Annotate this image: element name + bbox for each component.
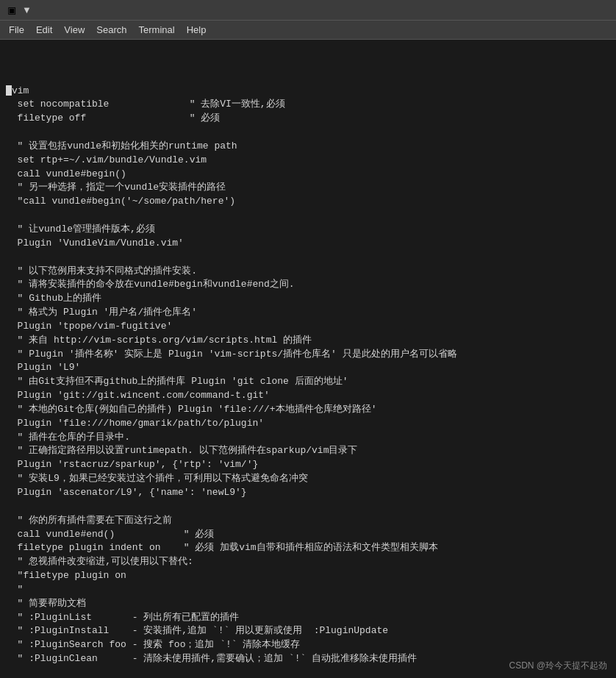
terminal-line: Plugin 'tpope/vim-fugitive' <box>6 320 610 334</box>
menu-bar: FileEditViewSearchTerminalHelp <box>0 21 616 40</box>
menu-item-file[interactable]: File <box>3 23 30 37</box>
terminal-line: call vundle#begin() <box>6 168 610 182</box>
terminal-icon: ▣ <box>6 4 18 16</box>
menu-item-help[interactable]: Help <box>181 23 212 37</box>
terminal-line <box>6 209 610 223</box>
terminal-line: filetype plugin indent on " 必须 加载vim自带和插… <box>6 541 610 555</box>
terminal-line: "call vundle#begin('~/some/path/here') <box>6 195 610 209</box>
terminal-line: call vundle#end() " 必须 <box>6 528 610 542</box>
terminal-line: " 简要帮助文档 <box>6 597 610 611</box>
terminal-content: vim set nocompatible " 去除VI一致性,必须 filety… <box>6 43 610 678</box>
terminal-line <box>6 251 610 265</box>
terminal-line: Plugin 'ascenator/L9', {'name': 'newL9'} <box>6 486 610 500</box>
terminal-line: " 以下范例用来支持不同格式的插件安装. <box>6 265 610 279</box>
title-arrow: ▼ <box>22 4 32 15</box>
terminal-line: " 本地的Git仓库(例如自己的插件) Plugin 'file:///+本地插… <box>6 403 610 417</box>
terminal-line: " :PluginList - 列出所有已配置的插件 <box>6 611 610 625</box>
terminal-line: " 忽视插件改变缩进,可以使用以下替代: <box>6 555 610 569</box>
terminal-line: Plugin 'VundleVim/Vundle.vim' <box>6 237 610 251</box>
terminal-line: " :PluginSearch foo - 搜索 foo；追加 `!` 清除本地… <box>6 638 610 652</box>
terminal-line: " 另一种选择，指定一个vundle安装插件的路径 <box>6 181 610 195</box>
menu-item-search[interactable]: Search <box>90 23 132 37</box>
terminal-line: Plugin 'rstacruz/sparkup', {'rtp': 'vim/… <box>6 458 610 472</box>
terminal-line: set nocompatible " 去除VI一致性,必须 <box>6 98 610 112</box>
terminal-line: " :PluginInstall - 安装插件,追加 `!` 用以更新或使用 :… <box>6 624 610 638</box>
cursor-block <box>6 85 12 96</box>
terminal-line: " 来自 http://vim-scripts.org/vim/scripts.… <box>6 334 610 348</box>
terminal-line: "filetype plugin on <box>6 569 610 583</box>
terminal-body: vim set nocompatible " 去除VI一致性,必须 filety… <box>0 40 616 678</box>
terminal-line: " 设置包括vundle和初始化相关的runtime path <box>6 140 610 154</box>
terminal-line: " 让vundle管理插件版本,必须 <box>6 223 610 237</box>
terminal-line: " <box>6 583 610 597</box>
terminal-line: Plugin 'git://git.wincent.com/command-t.… <box>6 389 610 403</box>
terminal-line: vim <box>6 85 610 99</box>
terminal-line: Plugin 'L9' <box>6 361 610 375</box>
terminal-line: " Plugin '插件名称' 实际上是 Plugin 'vim-scripts… <box>6 348 610 362</box>
terminal-line: filetype off " 必须 <box>6 112 610 126</box>
terminal-line: " Github上的插件 <box>6 292 610 306</box>
watermark: CSDN @玲今天提不起劲 <box>509 660 607 672</box>
terminal-line: set rtp+=~/.vim/bundle/Vundle.vim <box>6 154 610 168</box>
terminal-line: " 请将安装插件的命令放在vundle#begin和vundle#end之间. <box>6 278 610 292</box>
terminal-line <box>6 500 610 514</box>
terminal-line: " 安装L9，如果已经安装过这个插件，可利用以下格式避免命名冲突 <box>6 472 610 486</box>
terminal-line: " 插件在仓库的子目录中. <box>6 431 610 445</box>
terminal-line: " 你的所有插件需要在下面这行之前 <box>6 514 610 528</box>
terminal-line: Plugin 'file:///home/gmarik/path/to/plug… <box>6 417 610 431</box>
menu-item-view[interactable]: View <box>58 23 90 37</box>
terminal-line: " 正确指定路径用以设置runtimepath. 以下范例插件在sparkup/… <box>6 444 610 458</box>
terminal-line: " 格式为 Plugin '用户名/插件仓库名' <box>6 306 610 320</box>
title-bar: ▣ ▼ <box>0 0 616 21</box>
menu-item-terminal[interactable]: Terminal <box>133 23 181 37</box>
menu-item-edit[interactable]: Edit <box>30 23 58 37</box>
terminal-line <box>6 126 610 140</box>
terminal-line: " 由Git支持但不再github上的插件库 Plugin 'git clone… <box>6 375 610 389</box>
